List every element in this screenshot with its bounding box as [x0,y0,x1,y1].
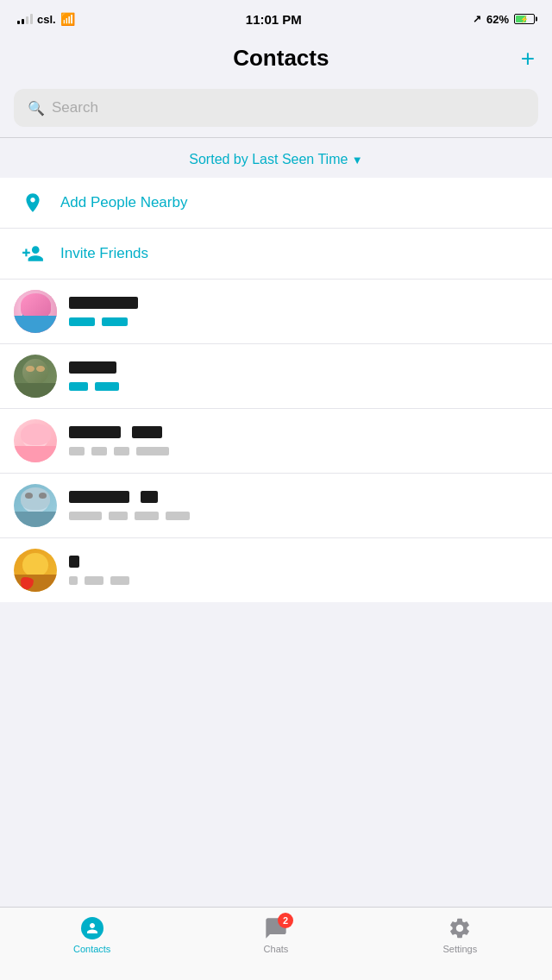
contact-info [69,491,538,520]
page-title: Contacts [41,45,521,72]
search-placeholder: Search [52,99,98,116]
invite-friends-label: Invite Friends [60,245,148,262]
tab-contacts[interactable]: Contacts [0,916,184,954]
contacts-tab-icon [80,916,104,940]
status-bar: csl. 📶 11:01 PM ↗ 62% ⚡ [0,0,552,38]
carrier-label: csl. [37,13,56,26]
contact-name [69,556,538,574]
sort-label[interactable]: Sorted by Last Seen Time ▼ [189,152,362,166]
search-bar[interactable]: 🔍 Search [14,89,538,127]
contacts-list [0,280,552,602]
chats-tab-icon: 2 [264,916,288,940]
add-contact-button[interactable]: + [521,47,535,71]
status-time: 11:01 PM [246,12,302,27]
contact-info [69,426,538,455]
invite-friends-item[interactable]: Invite Friends [0,229,552,280]
chats-badge: 2 [278,913,293,928]
list-item[interactable] [0,538,552,602]
list-item[interactable] [0,280,552,344]
add-nearby-item[interactable]: Add People Nearby [0,178,552,229]
contact-name [69,426,538,444]
search-container: 🔍 Search [0,82,552,137]
avatar [14,419,57,462]
tab-bar: Contacts 2 Chats Settings [0,907,552,980]
list-item[interactable] [0,344,552,409]
avatar [14,290,57,333]
contact-info [69,297,538,326]
search-icon: 🔍 [28,100,45,116]
settings-tab-icon [448,916,472,940]
contact-sub [69,576,538,585]
battery-icon: ⚡ [514,14,535,24]
list-item[interactable] [0,409,552,474]
contact-info [69,361,538,391]
tab-chats[interactable]: 2 Chats [184,916,367,954]
location-icon: ↗ [473,13,481,25]
contact-info [69,556,538,585]
contact-sub [69,317,538,326]
settings-tab-label: Settings [442,944,477,954]
contacts-tab-label: Contacts [73,944,110,954]
tab-settings[interactable]: Settings [368,916,552,954]
contact-name [69,491,538,509]
contacts-icon [81,917,104,939]
signal-icon [17,14,33,24]
add-nearby-label: Add People Nearby [60,194,187,211]
person-add-icon [17,242,48,265]
contact-sub [69,447,538,455]
list-item[interactable] [0,474,552,538]
avatar [14,549,57,592]
status-left: csl. 📶 [17,12,75,26]
sort-row[interactable]: Sorted by Last Seen Time ▼ [0,138,552,178]
special-list: Add People Nearby Invite Friends [0,178,552,280]
status-right: ↗ 62% ⚡ [473,13,535,26]
chats-tab-label: Chats [264,944,289,954]
wifi-icon: 📶 [60,12,75,26]
contact-name [69,297,538,315]
contact-sub [69,382,538,391]
location-icon [17,192,48,214]
avatar [14,355,57,398]
battery-percent: 62% [486,13,509,26]
contact-name [69,361,538,380]
header: Contacts + [0,38,552,82]
sort-arrow-icon: ▼ [352,154,363,166]
contact-sub [69,512,538,520]
avatar [14,484,57,527]
